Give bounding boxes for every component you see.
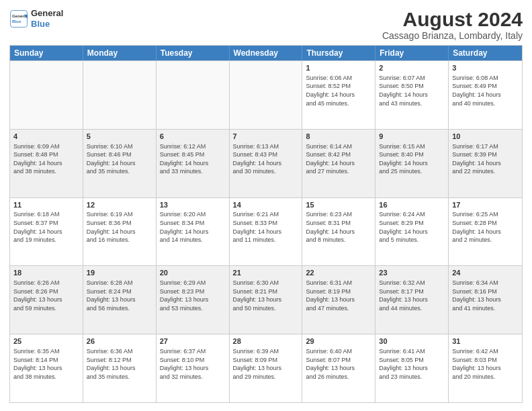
cell-info: Sunrise: 6:06 AM Sunset: 8:52 PM Dayligh… [306, 74, 371, 107]
calendar-cell-day-24: 24Sunrise: 6:34 AM Sunset: 8:16 PM Dayli… [449, 266, 522, 334]
calendar-row-3: 18Sunrise: 6:26 AM Sunset: 8:26 PM Dayli… [10, 265, 522, 334]
day-number: 3 [452, 63, 519, 73]
weekday-header-saturday: Saturday [449, 46, 522, 60]
cell-info: Sunrise: 6:31 AM Sunset: 8:19 PM Dayligh… [306, 279, 371, 312]
cell-info: Sunrise: 6:34 AM Sunset: 8:16 PM Dayligh… [452, 279, 519, 312]
calendar-cell-day-13: 13Sunrise: 6:20 AM Sunset: 8:34 PM Dayli… [157, 198, 230, 266]
calendar-cell-day-14: 14Sunrise: 6:21 AM Sunset: 8:33 PM Dayli… [230, 198, 303, 266]
cell-info: Sunrise: 6:19 AM Sunset: 8:36 PM Dayligh… [87, 210, 152, 244]
day-number: 7 [233, 132, 299, 142]
weekday-header-monday: Monday [83, 46, 157, 60]
logo-text: General Blue [31, 8, 63, 29]
cell-info: Sunrise: 6:10 AM Sunset: 8:46 PM Dayligh… [87, 142, 152, 176]
day-number: 26 [87, 336, 152, 347]
calendar-cell-empty [230, 61, 303, 129]
weekday-header-wednesday: Wednesday [230, 46, 303, 60]
cell-info: Sunrise: 6:08 AM Sunset: 8:49 PM Dayligh… [452, 74, 519, 107]
day-number: 12 [87, 200, 152, 210]
calendar-cell-day-17: 17Sunrise: 6:25 AM Sunset: 8:28 PM Dayli… [449, 198, 522, 266]
cell-info: Sunrise: 6:12 AM Sunset: 8:45 PM Dayligh… [160, 142, 226, 176]
logo-icon: General Blue [9, 9, 28, 28]
day-number: 15 [306, 200, 371, 210]
day-number: 13 [160, 200, 226, 210]
calendar-cell-day-28: 28Sunrise: 6:39 AM Sunset: 8:09 PM Dayli… [230, 334, 303, 402]
subtitle: Cassago Brianza, Lombardy, Italy [382, 30, 523, 41]
cell-info: Sunrise: 6:26 AM Sunset: 8:26 PM Dayligh… [13, 279, 79, 312]
calendar-cell-day-18: 18Sunrise: 6:26 AM Sunset: 8:26 PM Dayli… [10, 266, 83, 334]
calendar-cell-day-11: 11Sunrise: 6:18 AM Sunset: 8:37 PM Dayli… [10, 198, 83, 266]
logo-general: General [31, 8, 63, 19]
calendar-cell-day-7: 7Sunrise: 6:13 AM Sunset: 8:43 PM Daylig… [230, 130, 303, 197]
cell-info: Sunrise: 6:36 AM Sunset: 8:12 PM Dayligh… [87, 347, 152, 381]
cell-info: Sunrise: 6:09 AM Sunset: 8:48 PM Dayligh… [13, 142, 79, 176]
calendar-row-1: 4Sunrise: 6:09 AM Sunset: 8:48 PM Daylig… [10, 129, 522, 197]
day-number: 21 [233, 268, 299, 278]
cell-info: Sunrise: 6:15 AM Sunset: 8:40 PM Dayligh… [379, 142, 445, 176]
day-number: 11 [13, 200, 79, 210]
calendar-cell-day-1: 1Sunrise: 6:06 AM Sunset: 8:52 PM Daylig… [302, 61, 375, 129]
day-number: 28 [233, 336, 299, 347]
day-number: 29 [306, 336, 371, 347]
calendar-cell-day-25: 25Sunrise: 6:35 AM Sunset: 8:14 PM Dayli… [10, 334, 83, 402]
day-number: 8 [306, 132, 371, 142]
title-block: August 2024 Cassago Brianza, Lombardy, I… [382, 8, 523, 41]
day-number: 6 [160, 132, 226, 142]
weekday-header-sunday: Sunday [10, 46, 83, 60]
calendar-cell-day-19: 19Sunrise: 6:28 AM Sunset: 8:24 PM Dayli… [83, 266, 157, 334]
calendar-cell-empty [10, 61, 83, 129]
day-number: 25 [13, 336, 79, 347]
svg-text:Blue: Blue [12, 19, 21, 24]
logo: General Blue General Blue [9, 8, 63, 29]
day-number: 30 [379, 336, 445, 347]
weekday-header-tuesday: Tuesday [157, 46, 230, 60]
cell-info: Sunrise: 6:13 AM Sunset: 8:43 PM Dayligh… [233, 142, 299, 176]
cell-info: Sunrise: 6:14 AM Sunset: 8:42 PM Dayligh… [306, 142, 371, 176]
calendar-cell-day-9: 9Sunrise: 6:15 AM Sunset: 8:40 PM Daylig… [375, 130, 449, 197]
calendar-cell-day-3: 3Sunrise: 6:08 AM Sunset: 8:49 PM Daylig… [449, 61, 522, 129]
calendar-row-4: 25Sunrise: 6:35 AM Sunset: 8:14 PM Dayli… [10, 334, 522, 402]
cell-info: Sunrise: 6:17 AM Sunset: 8:39 PM Dayligh… [452, 142, 519, 176]
calendar-cell-empty [157, 61, 230, 129]
day-number: 9 [379, 132, 445, 142]
logo-blue: Blue [31, 19, 63, 30]
cell-info: Sunrise: 6:32 AM Sunset: 8:17 PM Dayligh… [379, 279, 445, 312]
calendar-row-0: 1Sunrise: 6:06 AM Sunset: 8:52 PM Daylig… [10, 60, 522, 129]
calendar-cell-empty [83, 61, 157, 129]
calendar-header: SundayMondayTuesdayWednesdayThursdayFrid… [10, 46, 522, 60]
calendar-cell-day-31: 31Sunrise: 6:42 AM Sunset: 8:03 PM Dayli… [449, 334, 522, 402]
page: General Blue General Blue August 2024 Ca… [0, 0, 532, 411]
calendar-cell-day-30: 30Sunrise: 6:41 AM Sunset: 8:05 PM Dayli… [375, 334, 449, 402]
calendar-cell-day-21: 21Sunrise: 6:30 AM Sunset: 8:21 PM Dayli… [230, 266, 303, 334]
calendar-row-2: 11Sunrise: 6:18 AM Sunset: 8:37 PM Dayli… [10, 197, 522, 266]
day-number: 23 [379, 268, 445, 278]
cell-info: Sunrise: 6:21 AM Sunset: 8:33 PM Dayligh… [233, 210, 299, 244]
cell-info: Sunrise: 6:23 AM Sunset: 8:31 PM Dayligh… [306, 210, 371, 244]
cell-info: Sunrise: 6:35 AM Sunset: 8:14 PM Dayligh… [13, 347, 79, 381]
calendar-cell-day-16: 16Sunrise: 6:24 AM Sunset: 8:29 PM Dayli… [375, 198, 449, 266]
calendar-cell-day-5: 5Sunrise: 6:10 AM Sunset: 8:46 PM Daylig… [83, 130, 157, 197]
cell-info: Sunrise: 6:30 AM Sunset: 8:21 PM Dayligh… [233, 279, 299, 312]
header: General Blue General Blue August 2024 Ca… [9, 8, 523, 41]
weekday-header-friday: Friday [375, 46, 449, 60]
cell-info: Sunrise: 6:40 AM Sunset: 8:07 PM Dayligh… [306, 347, 371, 381]
day-number: 24 [452, 268, 519, 278]
cell-info: Sunrise: 6:25 AM Sunset: 8:28 PM Dayligh… [452, 210, 519, 244]
calendar-cell-day-20: 20Sunrise: 6:29 AM Sunset: 8:23 PM Dayli… [157, 266, 230, 334]
calendar-cell-day-15: 15Sunrise: 6:23 AM Sunset: 8:31 PM Dayli… [302, 198, 375, 266]
calendar-cell-day-6: 6Sunrise: 6:12 AM Sunset: 8:45 PM Daylig… [157, 130, 230, 197]
cell-info: Sunrise: 6:37 AM Sunset: 8:10 PM Dayligh… [160, 347, 226, 381]
cell-info: Sunrise: 6:07 AM Sunset: 8:50 PM Dayligh… [379, 74, 445, 107]
day-number: 14 [233, 200, 299, 210]
day-number: 20 [160, 268, 226, 278]
calendar-body: 1Sunrise: 6:06 AM Sunset: 8:52 PM Daylig… [10, 60, 522, 402]
cell-info: Sunrise: 6:18 AM Sunset: 8:37 PM Dayligh… [13, 210, 79, 244]
day-number: 31 [452, 336, 519, 347]
calendar: SundayMondayTuesdayWednesdayThursdayFrid… [9, 45, 523, 403]
day-number: 2 [379, 63, 445, 73]
cell-info: Sunrise: 6:39 AM Sunset: 8:09 PM Dayligh… [233, 347, 299, 381]
cell-info: Sunrise: 6:24 AM Sunset: 8:29 PM Dayligh… [379, 210, 445, 244]
day-number: 18 [13, 268, 79, 278]
day-number: 4 [13, 132, 79, 142]
cell-info: Sunrise: 6:29 AM Sunset: 8:23 PM Dayligh… [160, 279, 226, 312]
day-number: 22 [306, 268, 371, 278]
